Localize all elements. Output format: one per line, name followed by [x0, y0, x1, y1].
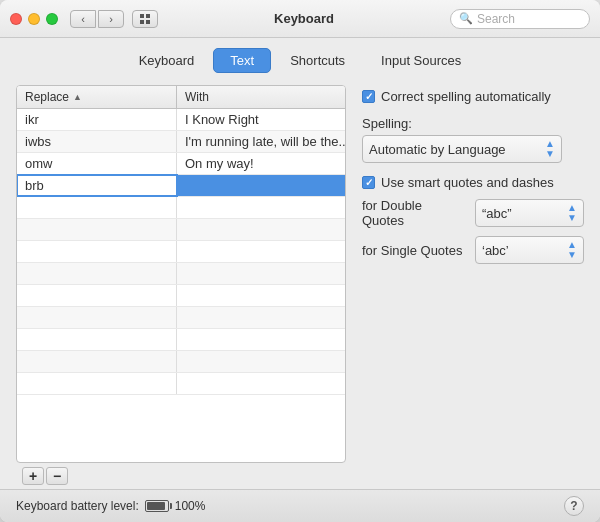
- double-quotes-value: “abc”: [482, 206, 512, 221]
- battery-fill: [147, 502, 165, 510]
- empty-row: [17, 285, 345, 307]
- correct-spelling-label: Correct spelling automatically: [381, 89, 551, 104]
- tab-input-sources[interactable]: Input Sources: [364, 48, 478, 73]
- table-row[interactable]: ikr I Know Right: [17, 109, 345, 131]
- search-box[interactable]: 🔍 Search: [450, 9, 590, 29]
- nav-buttons: ‹ ›: [70, 10, 124, 28]
- spelling-dropdown[interactable]: Automatic by Language ▲ ▼: [362, 135, 562, 163]
- table-row-selected[interactable]: brb: [17, 175, 345, 197]
- table-row[interactable]: omw On my way!: [17, 153, 345, 175]
- svg-rect-3: [146, 20, 150, 24]
- remove-replacement-button[interactable]: −: [46, 467, 68, 485]
- tabbar: Keyboard Text Shortcuts Input Sources: [0, 38, 600, 81]
- tab-keyboard[interactable]: Keyboard: [122, 48, 212, 73]
- table-footer: + −: [16, 463, 346, 489]
- quotes-section: Use smart quotes and dashes for Double Q…: [362, 175, 584, 264]
- svg-rect-2: [140, 20, 144, 24]
- smart-quotes-row: Use smart quotes and dashes: [362, 175, 584, 190]
- options-panel: Correct spelling automatically Spelling:…: [362, 85, 584, 489]
- tab-shortcuts[interactable]: Shortcuts: [273, 48, 362, 73]
- correct-spelling-row: Correct spelling automatically: [362, 89, 584, 104]
- cell-replace: omw: [17, 153, 177, 174]
- close-button[interactable]: [10, 13, 22, 25]
- battery-section: Keyboard battery level: 100%: [16, 499, 205, 513]
- single-quotes-value: ‘abc’: [482, 243, 509, 258]
- sort-arrow-icon: ▲: [73, 92, 82, 102]
- double-quotes-dropdown[interactable]: “abc” ▲ ▼: [475, 199, 584, 227]
- single-quotes-row: for Single Quotes ‘abc’ ▲ ▼: [362, 236, 584, 264]
- correct-spelling-checkbox[interactable]: [362, 90, 375, 103]
- text-replacements-panel: Replace ▲ With ikr I Know Right iwbs I'm…: [16, 85, 346, 489]
- grid-button[interactable]: [132, 10, 158, 28]
- single-quotes-label: for Single Quotes: [362, 243, 467, 258]
- window-title: Keyboard: [158, 11, 450, 26]
- empty-row: [17, 263, 345, 285]
- dropdown-arrows-icon: ▲ ▼: [567, 203, 577, 223]
- bottombar: Keyboard battery level: 100% ?: [0, 489, 600, 522]
- table-row[interactable]: iwbs I'm running late, will be the...: [17, 131, 345, 153]
- table-body: ikr I Know Right iwbs I'm running late, …: [17, 109, 345, 395]
- dropdown-arrows-icon: ▲ ▼: [545, 139, 555, 159]
- col-replace-header: Replace ▲: [17, 86, 177, 108]
- traffic-lights: [10, 13, 58, 25]
- battery-icon: [145, 500, 169, 512]
- cell-replace-editing[interactable]: brb: [17, 175, 177, 196]
- tab-text[interactable]: Text: [213, 48, 271, 73]
- cell-with: I'm running late, will be the...: [177, 131, 345, 152]
- col-with-header: With: [177, 86, 345, 108]
- empty-row: [17, 307, 345, 329]
- double-quotes-row: for Double Quotes “abc” ▲ ▼: [362, 198, 584, 228]
- dropdown-arrows-icon: ▲ ▼: [567, 240, 577, 260]
- titlebar: ‹ › Keyboard 🔍 Search: [0, 0, 600, 38]
- help-button[interactable]: ?: [564, 496, 584, 516]
- table-header: Replace ▲ With: [17, 86, 345, 109]
- empty-row: [17, 373, 345, 395]
- spelling-value: Automatic by Language: [369, 142, 506, 157]
- smart-quotes-checkbox[interactable]: [362, 176, 375, 189]
- empty-row: [17, 329, 345, 351]
- empty-row: [17, 351, 345, 373]
- cell-with: I Know Right: [177, 109, 345, 130]
- main-window: ‹ › Keyboard 🔍 Search Keyboard Text Shor…: [0, 0, 600, 522]
- cell-with: [177, 175, 345, 196]
- forward-button[interactable]: ›: [98, 10, 124, 28]
- minimize-button[interactable]: [28, 13, 40, 25]
- search-placeholder: Search: [477, 12, 515, 26]
- svg-rect-0: [140, 14, 144, 18]
- maximize-button[interactable]: [46, 13, 58, 25]
- single-quotes-dropdown[interactable]: ‘abc’ ▲ ▼: [475, 236, 584, 264]
- battery-percent: 100%: [175, 499, 206, 513]
- add-replacement-button[interactable]: +: [22, 467, 44, 485]
- empty-row: [17, 197, 345, 219]
- back-button[interactable]: ‹: [70, 10, 96, 28]
- smart-quotes-label: Use smart quotes and dashes: [381, 175, 554, 190]
- cell-replace: iwbs: [17, 131, 177, 152]
- double-quotes-label: for Double Quotes: [362, 198, 467, 228]
- search-icon: 🔍: [459, 12, 473, 25]
- spelling-label: Spelling:: [362, 116, 584, 131]
- empty-row: [17, 219, 345, 241]
- svg-rect-1: [146, 14, 150, 18]
- battery-label: Keyboard battery level:: [16, 499, 139, 513]
- empty-row: [17, 241, 345, 263]
- content-area: Replace ▲ With ikr I Know Right iwbs I'm…: [0, 81, 600, 489]
- replacements-table: Replace ▲ With ikr I Know Right iwbs I'm…: [16, 85, 346, 463]
- spelling-section: Spelling: Automatic by Language ▲ ▼: [362, 116, 584, 163]
- cell-replace: ikr: [17, 109, 177, 130]
- cell-with: On my way!: [177, 153, 345, 174]
